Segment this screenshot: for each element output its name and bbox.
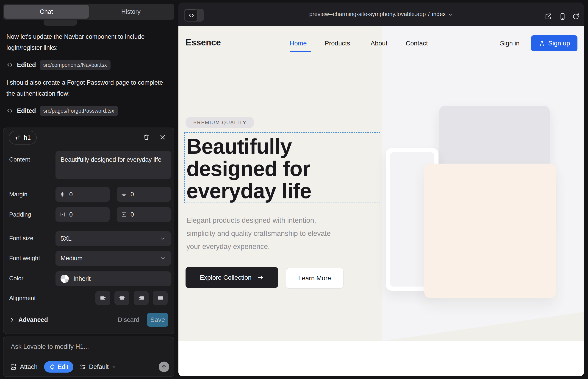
tab-history[interactable]: History	[89, 5, 173, 19]
open-external-button[interactable]	[544, 13, 552, 20]
edited-file-chip[interactable]: src/components/Navbar.tsx	[40, 60, 110, 70]
color-label: Color	[9, 275, 23, 282]
edited-label: Edited	[17, 107, 36, 114]
nav-link-contact[interactable]: Contact	[406, 40, 428, 47]
padding-x-field[interactable]	[56, 207, 110, 222]
content-label: Content	[9, 156, 30, 163]
mode-label: Default	[89, 363, 109, 371]
arrow-right-icon	[257, 274, 264, 281]
edited-file-chip[interactable]: src/pages/ForgotPassword.tsx	[40, 106, 118, 116]
target-icon	[49, 364, 56, 370]
margin-vertical-icon	[121, 191, 127, 197]
code-icon	[6, 62, 13, 68]
tab-chat[interactable]: Chat	[4, 5, 89, 19]
chevron-down-icon	[111, 364, 117, 369]
sign-up-label: Sign up	[548, 40, 570, 47]
element-editor-panel: h1 Content Beautifully designed for ever…	[3, 127, 174, 334]
edit-label: Edit	[58, 363, 69, 371]
app-root: Chat History Now let's update the Navbar…	[0, 0, 588, 379]
sliders-icon	[79, 363, 86, 370]
type-icon	[15, 134, 21, 141]
padding-label: Padding	[9, 211, 31, 218]
chevron-down-icon	[160, 255, 166, 261]
margin-y-field[interactable]	[117, 187, 171, 202]
advanced-label: Advanced	[18, 316, 48, 323]
nav-active-underline	[290, 51, 311, 52]
preview-toolbar: preview--charming-site-symphony.lovable.…	[178, 2, 584, 26]
alignment-label: Alignment	[9, 295, 36, 302]
preview-url[interactable]: preview--charming-site-symphony.lovable.…	[178, 2, 584, 26]
padding-x-input[interactable]	[69, 211, 97, 218]
color-field[interactable]: Inherit	[56, 271, 171, 286]
close-panel-button[interactable]	[157, 132, 168, 142]
hero-description: Elegant products designed with intention…	[186, 214, 340, 253]
url-page: index	[432, 11, 446, 17]
margin-y-input[interactable]	[130, 191, 158, 198]
composer-input[interactable]	[10, 343, 167, 357]
element-tag-pill: h1	[9, 131, 37, 144]
element-tag-label: h1	[24, 134, 31, 141]
hero-badge: PREMIUM QUALITY	[186, 117, 254, 128]
refresh-button[interactable]	[572, 13, 580, 20]
arrow-up-icon	[161, 364, 167, 370]
font-weight-value: Medium	[61, 255, 83, 262]
attach-button[interactable]: Attach	[10, 363, 38, 371]
align-center-button[interactable]	[114, 291, 129, 305]
font-size-select[interactable]: 5XL	[56, 231, 171, 246]
user-icon	[539, 40, 545, 47]
preview-window: preview--charming-site-symphony.lovable.…	[178, 2, 584, 376]
color-swatch	[61, 275, 69, 283]
padding-y-field[interactable]	[117, 207, 171, 222]
scrolled-chip[interactable]	[44, 20, 77, 26]
delete-element-button[interactable]	[141, 132, 151, 142]
sign-up-button[interactable]: Sign up	[531, 35, 577, 51]
code-icon	[6, 107, 13, 114]
image-plus-icon	[10, 363, 17, 371]
margin-x-field[interactable]	[56, 187, 110, 202]
align-left-button[interactable]	[95, 291, 110, 305]
assistant-message: Now let's update the Navbar component to…	[6, 31, 168, 53]
chevron-right-icon	[9, 317, 15, 323]
assistant-message: I should also create a Forgot Password p…	[6, 77, 168, 99]
nav-link-about[interactable]: About	[371, 40, 387, 47]
mode-select[interactable]: Default	[79, 363, 117, 371]
nav-link-products[interactable]: Products	[325, 40, 350, 47]
font-size-label: Font size	[9, 235, 33, 242]
nav-link-home[interactable]: Home	[290, 40, 307, 47]
font-weight-label: Font weight	[9, 255, 40, 262]
url-separator: /	[428, 11, 430, 17]
font-weight-select[interactable]: Medium	[56, 251, 171, 266]
send-button[interactable]	[159, 362, 169, 372]
discard-button[interactable]: Discard	[118, 313, 139, 327]
explore-collection-button[interactable]: Explore Collection	[186, 267, 278, 288]
margin-horizontal-icon	[60, 191, 66, 197]
margin-x-input[interactable]	[69, 191, 97, 198]
url-text: preview--charming-site-symphony.lovable.…	[309, 11, 426, 17]
attach-label: Attach	[20, 363, 38, 371]
mobile-view-button[interactable]	[559, 13, 566, 20]
chevron-down-icon	[160, 236, 166, 242]
advanced-toggle[interactable]: Advanced	[9, 313, 48, 327]
padding-y-input[interactable]	[130, 211, 158, 218]
chat-sidebar: Chat History Now let's update the Navbar…	[0, 0, 177, 379]
content-input[interactable]: Beautifully designed for everyday life	[56, 151, 171, 179]
edited-file-row: Edited src/pages/ForgotPassword.tsx	[6, 105, 118, 117]
sign-in-link[interactable]: Sign in	[500, 40, 520, 47]
margin-label: Margin	[9, 191, 27, 198]
chat-composer: Attach Edit Default	[3, 337, 174, 377]
chevron-down-icon	[448, 12, 453, 17]
padding-vertical-icon	[121, 211, 127, 218]
edit-mode-button[interactable]: Edit	[44, 361, 74, 373]
align-justify-button[interactable]	[153, 291, 168, 305]
decor-card-cream	[424, 164, 556, 298]
align-right-button[interactable]	[134, 291, 149, 305]
padding-horizontal-icon	[60, 211, 66, 218]
composer-toolbar: Attach Edit Default	[10, 361, 169, 373]
edited-label: Edited	[17, 62, 36, 69]
learn-more-button[interactable]: Learn More	[286, 268, 343, 289]
font-size-value: 5XL	[61, 235, 72, 242]
site-brand[interactable]: Essence	[186, 38, 221, 47]
save-button[interactable]: Save	[147, 313, 168, 327]
site-canvas: Essence Home Products About Contact Sign…	[178, 26, 584, 376]
hero-heading: Beautifully designed for everyday life	[186, 135, 342, 202]
